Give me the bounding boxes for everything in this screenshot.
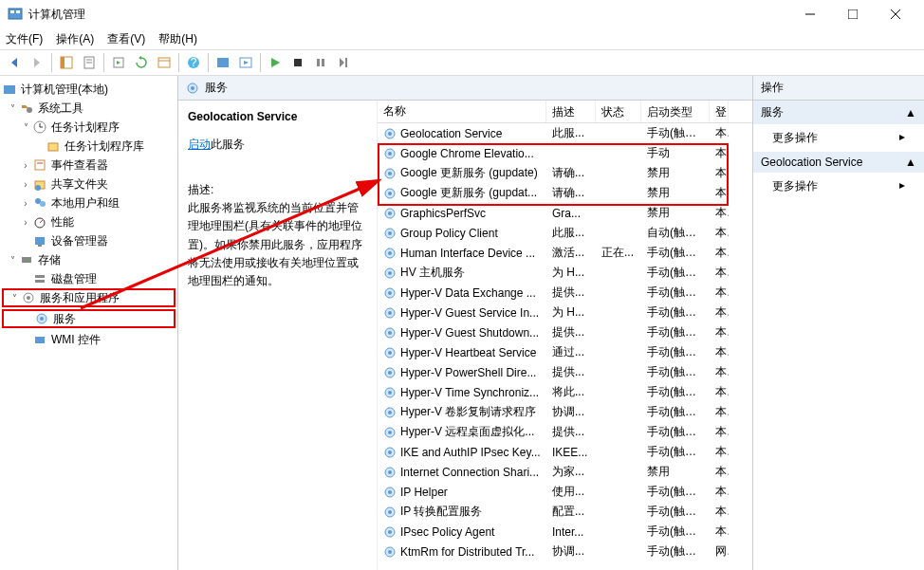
app-icon xyxy=(8,7,23,22)
help-button[interactable]: ? xyxy=(183,52,204,73)
service-row[interactable]: GraphicsPerfSvcGra...禁用本 xyxy=(378,203,752,223)
tree-localusers[interactable]: ›本地用户和组 xyxy=(2,193,176,212)
connections-button[interactable] xyxy=(235,52,256,73)
svg-rect-30 xyxy=(4,85,15,94)
close-button[interactable] xyxy=(874,0,916,28)
service-row[interactable]: IKE and AuthIP IPsec Key...IKEE...手动(触发.… xyxy=(378,442,752,462)
play-button[interactable] xyxy=(265,52,286,73)
col-desc[interactable]: 描述 xyxy=(546,101,596,122)
gear-icon xyxy=(383,466,397,479)
service-row[interactable]: Human Interface Device ...激活...正在...手动(触… xyxy=(378,243,752,263)
svg-point-60 xyxy=(388,152,392,156)
list-header: 名称 描述 状态 启动类型 登 xyxy=(378,101,752,123)
console-button[interactable] xyxy=(213,52,233,73)
svg-point-68 xyxy=(388,231,392,235)
svg-point-40 xyxy=(35,198,41,204)
svg-marker-8 xyxy=(34,58,40,67)
service-row[interactable]: Hyper-V Guest Shutdown...提供...手动(触发...本 xyxy=(378,322,752,342)
service-row[interactable]: Hyper-V Data Exchange ...提供...手动(触发...本 xyxy=(378,283,752,303)
maximize-button[interactable] xyxy=(831,0,874,28)
tree-devmgr[interactable]: 设备管理器 xyxy=(2,231,176,250)
gear-icon xyxy=(383,446,397,459)
svg-point-53 xyxy=(40,317,44,321)
menu-file[interactable]: 文件(F) xyxy=(6,31,43,47)
tree-shared[interactable]: ›共享文件夹 xyxy=(2,175,176,193)
tree-svcapps[interactable]: ˅服务和应用程序 xyxy=(2,288,176,307)
service-row[interactable]: Google 更新服务 (gupdat...请确...禁用本 xyxy=(378,183,752,203)
svg-point-41 xyxy=(40,201,46,207)
show-hide-button[interactable] xyxy=(56,52,77,73)
service-row[interactable]: Geolocation Service此服...手动(触发...本 xyxy=(378,123,752,143)
svg-rect-4 xyxy=(848,9,858,19)
col-logon[interactable]: 登 xyxy=(710,101,729,122)
service-row[interactable]: KtmRm for Distributed Tr...协调...手动(触发...… xyxy=(378,542,752,561)
stop-button[interactable] xyxy=(287,52,308,73)
service-row[interactable]: Google Chrome Elevatio...手动本 xyxy=(378,143,752,163)
svg-point-98 xyxy=(388,530,392,534)
service-row[interactable]: Google 更新服务 (gupdate)请确...禁用本 xyxy=(378,163,752,183)
service-row[interactable]: IP 转换配置服务配置...手动(触发...本 xyxy=(378,502,752,522)
gear-icon xyxy=(383,406,397,419)
action-sect-selected[interactable]: Geolocation Service▲ xyxy=(753,152,924,173)
action-sect-services[interactable]: 服务▲ xyxy=(753,101,924,124)
tree-root[interactable]: 计算机管理(本地) xyxy=(2,80,176,99)
svg-rect-35 xyxy=(48,143,58,151)
service-row[interactable]: Group Policy Client此服...自动(触发...本 xyxy=(378,223,752,243)
menu-help[interactable]: 帮助(H) xyxy=(158,31,197,47)
svg-point-64 xyxy=(388,192,392,195)
action-more-2[interactable]: 更多操作▸ xyxy=(753,173,924,200)
service-row[interactable]: Hyper-V 卷影复制请求程序协调...手动(触发...本 xyxy=(378,402,752,422)
svg-marker-15 xyxy=(117,61,120,64)
col-name[interactable]: 名称 xyxy=(378,101,546,122)
service-row[interactable]: Hyper-V Heartbeat Service通过...手动(触发...本 xyxy=(378,342,752,362)
tree-storage[interactable]: ˅存储 xyxy=(2,250,176,269)
list-button[interactable] xyxy=(154,52,175,73)
gear-icon xyxy=(383,386,397,399)
svg-marker-23 xyxy=(244,61,249,64)
service-row[interactable]: IPsec Policy AgentInter...手动(触发...本 xyxy=(378,522,752,542)
svg-rect-21 xyxy=(217,58,229,67)
tree-taskschedlib[interactable]: 任务计划程序库 xyxy=(2,137,176,156)
tree-panel: 计算机管理(本地) ˅系统工具 ˅任务计划程序 任务计划程序库 ›事件查看器 ›… xyxy=(0,76,178,570)
menu-action[interactable]: 操作(A) xyxy=(56,31,94,47)
svg-marker-28 xyxy=(340,58,344,67)
svg-rect-29 xyxy=(345,58,347,67)
svg-text:?: ? xyxy=(191,56,197,69)
tree-diskmgmt[interactable]: 磁盘管理 xyxy=(2,269,176,288)
tree-services[interactable]: 服务 xyxy=(2,309,176,328)
back-button[interactable] xyxy=(4,52,25,73)
selected-service-name: Geolocation Service xyxy=(188,110,367,123)
tree-wmi[interactable]: WMI 控件 xyxy=(2,330,176,349)
tree-eventvwr[interactable]: ›事件查看器 xyxy=(2,156,176,175)
service-row[interactable]: Hyper-V 远程桌面虚拟化...提供...手动(触发...本 xyxy=(378,422,752,442)
service-row[interactable]: Hyper-V Time Synchroniz...将此...手动(触发...本 xyxy=(378,382,752,402)
pause-button[interactable] xyxy=(310,52,331,73)
svg-point-76 xyxy=(388,311,392,315)
restart-button[interactable] xyxy=(333,52,354,73)
gear-icon xyxy=(383,545,397,559)
svg-point-82 xyxy=(388,371,392,375)
start-service-link[interactable]: 启动 xyxy=(188,138,211,151)
tree-systools[interactable]: ˅系统工具 xyxy=(2,99,176,118)
service-row[interactable]: Internet Connection Shari...为家...禁用本 xyxy=(378,462,752,482)
col-startup[interactable]: 启动类型 xyxy=(641,101,710,122)
service-row[interactable]: Hyper-V PowerShell Dire...提供...手动(触发...本 xyxy=(378,362,752,382)
collapse-icon: ▲ xyxy=(905,106,916,120)
svg-point-78 xyxy=(388,331,392,335)
export-button[interactable] xyxy=(108,52,129,73)
service-row[interactable]: IP Helper使用...手动(触发...本 xyxy=(378,482,752,502)
service-row[interactable]: HV 主机服务为 H...手动(触发...本 xyxy=(378,263,752,283)
action-more-1[interactable]: 更多操作▸ xyxy=(753,124,924,152)
tree-tasksched[interactable]: ˅任务计划程序 xyxy=(2,118,176,137)
tree-perf[interactable]: ›性能 xyxy=(2,212,176,231)
properties-button[interactable] xyxy=(79,52,100,73)
svg-rect-54 xyxy=(35,337,45,343)
col-status[interactable]: 状态 xyxy=(596,101,641,122)
refresh-button[interactable] xyxy=(131,52,152,73)
menu-view[interactable]: 查看(V) xyxy=(107,31,145,47)
minimize-button[interactable] xyxy=(788,0,831,28)
forward-button[interactable] xyxy=(27,52,47,73)
service-row[interactable]: Hyper-V Guest Service In...为 H...手动(触发..… xyxy=(378,303,752,322)
svg-marker-24 xyxy=(271,58,280,67)
service-list: 名称 描述 状态 启动类型 登 Geolocation Service此服...… xyxy=(378,101,752,570)
